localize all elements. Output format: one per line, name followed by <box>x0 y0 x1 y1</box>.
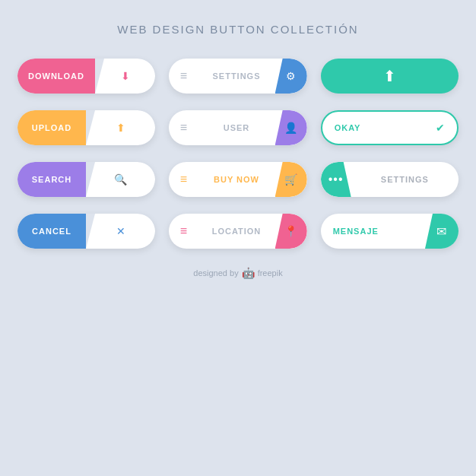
footer-brand: freepik <box>258 268 283 278</box>
message-button[interactable]: MENSAJE ✉ <box>321 214 459 249</box>
settings-mid-button[interactable]: ••• SETTINGS <box>321 162 459 197</box>
cancel-x-icon: ✕ <box>116 225 125 237</box>
settings-top-label: SETTINGS <box>198 71 274 81</box>
menu-icon: ≡ <box>169 69 198 83</box>
upload-icon-area: ⬆ <box>86 110 155 145</box>
cloud-upload-icon: ⬆ <box>383 67 396 85</box>
location-label: LOCATION <box>198 227 274 236</box>
envelope-icon: ✉ <box>436 224 446 239</box>
download-button[interactable]: DOWNLOAD ⬇ <box>17 59 155 94</box>
user-icon-area: 👤 <box>275 110 307 145</box>
cart-icon: 🛒 <box>284 173 297 186</box>
okay-button[interactable]: OKAY ✔ <box>321 110 459 145</box>
settings-dots-area: ••• <box>321 162 351 197</box>
dots-icon: ••• <box>328 173 344 186</box>
buy-now-icon-area: 🛒 <box>275 162 307 197</box>
user-label: USER <box>198 123 274 132</box>
buynow-menu-icon: ≡ <box>169 173 198 186</box>
settings-mid-label: SETTINGS <box>351 175 459 184</box>
okay-check-icon: ✔ <box>436 122 445 134</box>
search-button[interactable]: SEARCH 🔍 <box>17 162 155 197</box>
cancel-label-area: CANCEL <box>17 214 86 249</box>
search-icon: 🔍 <box>114 173 127 186</box>
footer-prefix: designed by <box>193 268 238 278</box>
user-icon: 👤 <box>284 122 297 134</box>
user-menu-icon: ≡ <box>169 121 198 135</box>
upload-icon: ⬆ <box>116 122 125 134</box>
okay-label: OKAY <box>335 123 361 132</box>
footer: designed by 🤖 freepik <box>193 267 282 279</box>
user-button[interactable]: ≡ USER 👤 <box>169 110 306 145</box>
upload-button[interactable]: UPLOAD ⬆ <box>17 110 155 145</box>
download-icon-area: ⬇ <box>95 59 155 94</box>
upload-cloud-button[interactable]: ⬆ <box>321 59 459 94</box>
upload-label-area: UPLOAD <box>17 110 86 145</box>
search-icon-area: 🔍 <box>86 162 155 197</box>
cancel-button[interactable]: CANCEL ✕ <box>17 214 155 249</box>
pin-icon: 📍 <box>284 225 297 237</box>
location-button[interactable]: ≡ LOCATION 📍 <box>169 214 306 249</box>
freepik-logo-icon: 🤖 <box>242 267 255 279</box>
buy-now-button[interactable]: ≡ BUY NOW 🛒 <box>169 162 306 197</box>
gear-icon: ⚙ <box>286 70 296 82</box>
location-menu-icon: ≡ <box>169 224 198 238</box>
location-icon-area: 📍 <box>275 214 307 249</box>
search-label-area: SEARCH <box>17 162 86 197</box>
download-icon: ⬇ <box>121 70 130 82</box>
message-icon-area: ✉ <box>425 214 459 249</box>
download-label-area: DOWNLOAD <box>17 59 95 94</box>
settings-top-button[interactable]: ≡ SETTINGS ⚙ <box>169 59 306 94</box>
message-label: MENSAJE <box>333 227 379 236</box>
buy-now-label: BUY NOW <box>198 175 274 184</box>
page-title: WEB DESIGN BUTTON COLLECTIÓN <box>117 23 358 36</box>
cancel-icon-area: ✕ <box>86 214 155 249</box>
settings-gear-icon-area: ⚙ <box>275 59 307 94</box>
button-grid: DOWNLOAD ⬇ ≡ SETTINGS ⚙ ⬆ UPLOAD ⬆ ≡ USE… <box>17 59 459 249</box>
